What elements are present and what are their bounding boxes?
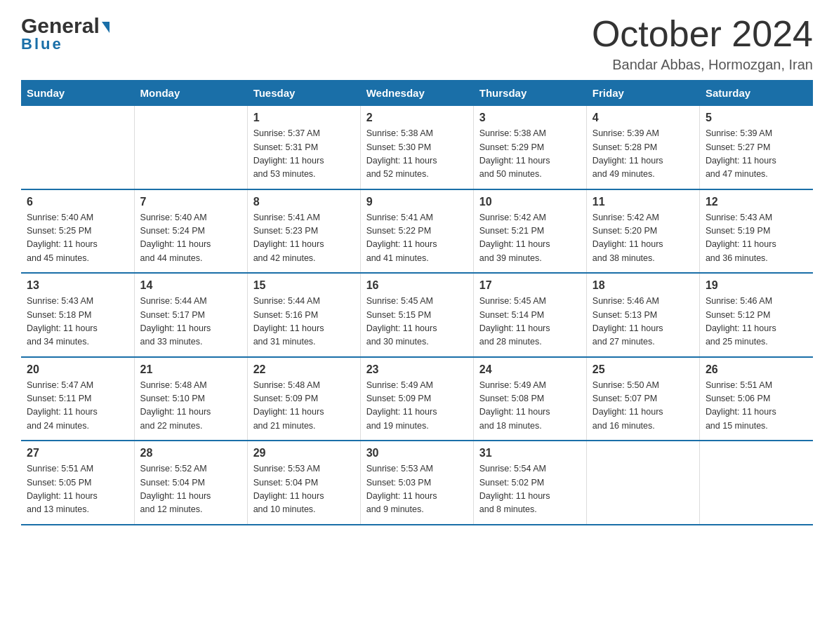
day-info: Sunrise: 5:49 AM Sunset: 5:09 PM Dayligh… (366, 379, 468, 434)
calendar-cell (21, 106, 134, 189)
day-info: Sunrise: 5:37 AM Sunset: 5:31 PM Dayligh… (253, 127, 355, 182)
column-header-wednesday: Wednesday (360, 80, 473, 106)
calendar-cell: 16Sunrise: 5:45 AM Sunset: 5:15 PM Dayli… (360, 273, 473, 357)
day-number: 3 (479, 112, 581, 124)
calendar-cell: 6Sunrise: 5:40 AM Sunset: 5:25 PM Daylig… (21, 189, 134, 274)
calendar-cell: 5Sunrise: 5:39 AM Sunset: 5:27 PM Daylig… (699, 106, 812, 189)
day-info: Sunrise: 5:53 AM Sunset: 5:04 PM Dayligh… (253, 462, 355, 517)
day-info: Sunrise: 5:42 AM Sunset: 5:21 PM Dayligh… (479, 211, 581, 266)
page-header: General Blue October 2024 Bandar Abbas, … (21, 14, 813, 73)
day-number: 14 (140, 279, 241, 292)
calendar-cell: 26Sunrise: 5:51 AM Sunset: 5:06 PM Dayli… (699, 357, 812, 441)
calendar-cell: 25Sunrise: 5:50 AM Sunset: 5:07 PM Dayli… (586, 357, 699, 441)
day-number: 7 (140, 196, 241, 208)
day-number: 6 (27, 196, 128, 208)
day-info: Sunrise: 5:41 AM Sunset: 5:23 PM Dayligh… (253, 211, 355, 266)
day-number: 12 (706, 196, 807, 208)
day-number: 27 (27, 447, 128, 459)
day-number: 16 (366, 279, 468, 292)
calendar-cell: 1Sunrise: 5:37 AM Sunset: 5:31 PM Daylig… (247, 106, 360, 189)
column-header-thursday: Thursday (473, 80, 586, 106)
calendar-week-2: 6Sunrise: 5:40 AM Sunset: 5:25 PM Daylig… (21, 189, 813, 274)
day-info: Sunrise: 5:42 AM Sunset: 5:20 PM Dayligh… (593, 211, 694, 266)
page-title: October 2024 (592, 14, 813, 54)
title-section: October 2024 Bandar Abbas, Hormozgan, Ir… (592, 14, 813, 73)
calendar-cell: 8Sunrise: 5:41 AM Sunset: 5:23 PM Daylig… (247, 189, 360, 274)
day-number: 18 (593, 279, 694, 292)
column-header-tuesday: Tuesday (247, 80, 360, 106)
calendar-cell: 12Sunrise: 5:43 AM Sunset: 5:19 PM Dayli… (699, 189, 812, 274)
calendar-cell: 4Sunrise: 5:39 AM Sunset: 5:28 PM Daylig… (586, 106, 699, 189)
day-number: 31 (479, 447, 581, 459)
day-info: Sunrise: 5:39 AM Sunset: 5:28 PM Dayligh… (593, 127, 694, 182)
day-number: 9 (366, 196, 468, 208)
day-info: Sunrise: 5:46 AM Sunset: 5:12 PM Dayligh… (706, 295, 807, 349)
day-info: Sunrise: 5:43 AM Sunset: 5:19 PM Dayligh… (706, 211, 807, 266)
day-number: 5 (706, 112, 807, 124)
calendar-cell: 3Sunrise: 5:38 AM Sunset: 5:29 PM Daylig… (473, 106, 586, 189)
calendar-week-4: 20Sunrise: 5:47 AM Sunset: 5:11 PM Dayli… (21, 357, 813, 441)
day-number: 17 (479, 279, 581, 292)
day-info: Sunrise: 5:46 AM Sunset: 5:13 PM Dayligh… (593, 295, 694, 349)
calendar-cell (134, 106, 247, 189)
calendar-cell: 31Sunrise: 5:54 AM Sunset: 5:02 PM Dayli… (473, 441, 586, 525)
day-info: Sunrise: 5:40 AM Sunset: 5:24 PM Dayligh… (140, 211, 241, 266)
day-number: 24 (479, 363, 581, 376)
calendar-header-row: SundayMondayTuesdayWednesdayThursdayFrid… (21, 80, 813, 106)
calendar-cell: 17Sunrise: 5:45 AM Sunset: 5:14 PM Dayli… (473, 273, 586, 357)
day-number: 19 (706, 279, 807, 292)
calendar-cell: 2Sunrise: 5:38 AM Sunset: 5:30 PM Daylig… (360, 106, 473, 189)
calendar-cell: 7Sunrise: 5:40 AM Sunset: 5:24 PM Daylig… (134, 189, 247, 274)
calendar-cell: 14Sunrise: 5:44 AM Sunset: 5:17 PM Dayli… (134, 273, 247, 357)
day-info: Sunrise: 5:51 AM Sunset: 5:05 PM Dayligh… (27, 462, 128, 517)
day-number: 21 (140, 363, 241, 376)
day-info: Sunrise: 5:40 AM Sunset: 5:25 PM Dayligh… (27, 211, 128, 266)
calendar-cell: 22Sunrise: 5:48 AM Sunset: 5:09 PM Dayli… (247, 357, 360, 441)
day-info: Sunrise: 5:44 AM Sunset: 5:16 PM Dayligh… (253, 295, 355, 349)
day-info: Sunrise: 5:53 AM Sunset: 5:03 PM Dayligh… (366, 462, 468, 517)
calendar-cell: 27Sunrise: 5:51 AM Sunset: 5:05 PM Dayli… (21, 441, 134, 525)
logo-general: General (21, 14, 100, 38)
column-header-friday: Friday (586, 80, 699, 106)
day-info: Sunrise: 5:48 AM Sunset: 5:09 PM Dayligh… (253, 379, 355, 434)
day-info: Sunrise: 5:43 AM Sunset: 5:18 PM Dayligh… (27, 295, 128, 349)
day-number: 20 (27, 363, 128, 376)
day-number: 11 (593, 196, 694, 208)
day-number: 13 (27, 279, 128, 292)
day-number: 2 (366, 112, 468, 124)
day-number: 28 (140, 447, 241, 459)
day-number: 25 (593, 363, 694, 376)
day-info: Sunrise: 5:44 AM Sunset: 5:17 PM Dayligh… (140, 295, 241, 349)
day-number: 10 (479, 196, 581, 208)
column-header-saturday: Saturday (699, 80, 812, 106)
calendar-cell: 21Sunrise: 5:48 AM Sunset: 5:10 PM Dayli… (134, 357, 247, 441)
day-info: Sunrise: 5:54 AM Sunset: 5:02 PM Dayligh… (479, 462, 581, 517)
calendar-cell: 15Sunrise: 5:44 AM Sunset: 5:16 PM Dayli… (247, 273, 360, 357)
calendar-week-3: 13Sunrise: 5:43 AM Sunset: 5:18 PM Dayli… (21, 273, 813, 357)
calendar-table: SundayMondayTuesdayWednesdayThursdayFrid… (21, 80, 813, 525)
day-info: Sunrise: 5:38 AM Sunset: 5:30 PM Dayligh… (366, 127, 468, 182)
day-number: 8 (253, 196, 355, 208)
calendar-cell: 9Sunrise: 5:41 AM Sunset: 5:22 PM Daylig… (360, 189, 473, 274)
column-header-monday: Monday (134, 80, 247, 106)
day-info: Sunrise: 5:52 AM Sunset: 5:04 PM Dayligh… (140, 462, 241, 517)
calendar-cell: 10Sunrise: 5:42 AM Sunset: 5:21 PM Dayli… (473, 189, 586, 274)
day-info: Sunrise: 5:38 AM Sunset: 5:29 PM Dayligh… (479, 127, 581, 182)
page-subtitle: Bandar Abbas, Hormozgan, Iran (592, 57, 813, 73)
calendar-cell: 13Sunrise: 5:43 AM Sunset: 5:18 PM Dayli… (21, 273, 134, 357)
day-number: 26 (706, 363, 807, 376)
day-number: 30 (366, 447, 468, 459)
day-info: Sunrise: 5:51 AM Sunset: 5:06 PM Dayligh… (706, 379, 807, 434)
day-number: 4 (593, 112, 694, 124)
calendar-cell: 28Sunrise: 5:52 AM Sunset: 5:04 PM Dayli… (134, 441, 247, 525)
day-info: Sunrise: 5:39 AM Sunset: 5:27 PM Dayligh… (706, 127, 807, 182)
day-info: Sunrise: 5:41 AM Sunset: 5:22 PM Dayligh… (366, 211, 468, 266)
calendar-cell: 19Sunrise: 5:46 AM Sunset: 5:12 PM Dayli… (699, 273, 812, 357)
logo-blue: Blue (21, 35, 63, 53)
calendar-week-5: 27Sunrise: 5:51 AM Sunset: 5:05 PM Dayli… (21, 441, 813, 525)
day-info: Sunrise: 5:48 AM Sunset: 5:10 PM Dayligh… (140, 379, 241, 434)
day-number: 1 (253, 112, 355, 124)
day-info: Sunrise: 5:45 AM Sunset: 5:15 PM Dayligh… (366, 295, 468, 349)
day-info: Sunrise: 5:50 AM Sunset: 5:07 PM Dayligh… (593, 379, 694, 434)
logo-triangle-icon (102, 22, 110, 33)
